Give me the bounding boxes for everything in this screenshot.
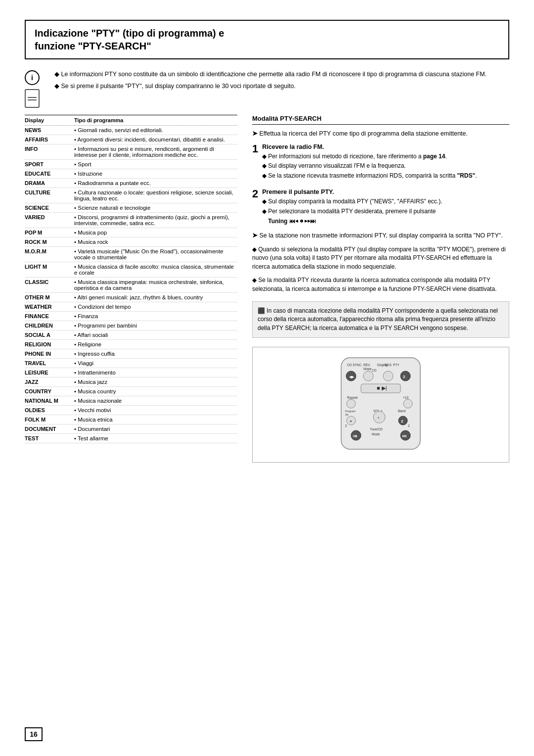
display-cell: CLASSIC <box>25 278 74 293</box>
display-cell: EDUCATE <box>25 169 74 179</box>
desc-cell: Viaggi <box>74 359 237 368</box>
display-cell: SOCIAL A <box>25 331 74 340</box>
svg-text:⏮: ⏮ <box>353 433 357 438</box>
table-row: POP MMusica pop <box>25 228 237 237</box>
display-cell: WEATHER <box>25 302 74 312</box>
display-cell: TEST <box>25 434 74 443</box>
table-row: OTHER MAltri generi musicali: jazz, rhyt… <box>25 293 237 302</box>
pty-search-desc: Effettua la ricerca del PTY come tipo di… <box>252 130 509 139</box>
table-row: ROCK MMusica rock <box>25 237 237 247</box>
desc-cell: Ingresso cuffia <box>74 349 237 359</box>
svg-text:+10: +10 <box>403 396 408 399</box>
page-number: 16 <box>25 727 43 741</box>
desc-cell: Vecchi motivi <box>74 406 237 415</box>
desc-cell: Radiodramma a puntate ecc. <box>74 179 237 188</box>
desc-cell: Affari sociali <box>74 331 237 340</box>
step-2-content: Premere il pulsante PTY. Sul display com… <box>262 189 509 225</box>
desc-cell: Musica classica di facile ascolto: music… <box>74 262 237 278</box>
desc-cell: Cultura nazionale o locale: questioni re… <box>74 188 237 203</box>
left-icons: i <box>25 70 49 108</box>
step-2-number: 2 <box>252 189 258 199</box>
svg-text:⏭: ⏭ <box>402 433 407 438</box>
pty-search-intro: Effettua la ricerca del PTY come tipo di… <box>252 130 509 139</box>
desc-cell: Musica etnica <box>74 415 237 425</box>
svg-text:◀▶: ◀▶ <box>349 375 355 378</box>
note-2-text: Quando si seleziona la modalità PTY (sul… <box>252 245 509 271</box>
table-row: INFOInformazioni su pesi e misure, rendi… <box>25 144 237 160</box>
table-row: CULTURECultura nazionale o locale: quest… <box>25 188 237 203</box>
svg-text:2: 2 <box>401 419 403 424</box>
display-cell: M.O.R.M <box>25 247 74 262</box>
desc-cell: Altri generi musicali: jazz, rhythm & bl… <box>74 293 237 302</box>
main-content: Display Tipo di programma NEWSGiornali r… <box>25 115 509 463</box>
note-3-text: Se la modalità PTY ricevuta durante la r… <box>252 276 509 293</box>
step-1-bullet-2: Sul display verranno visualizzati l'FM e… <box>262 162 509 170</box>
table-row: COUNTRYMusica country <box>25 387 237 396</box>
svg-point-11 <box>383 371 393 381</box>
display-cell: LIGHT M <box>25 262 74 278</box>
table-row: SPORTSport <box>25 160 237 169</box>
svg-point-12 <box>400 371 410 381</box>
col-type-header: Tipo di programma <box>74 115 237 126</box>
display-cell: LEISURE <box>25 368 74 378</box>
display-cell: OLDIES <box>25 406 74 415</box>
desc-cell: Istruzione <box>74 169 237 179</box>
svg-text:Display: Display <box>377 363 388 367</box>
table-row: CLASSICMusica classica impegnata: musica… <box>25 278 237 293</box>
desc-cell: Musica country <box>74 387 237 396</box>
remote-svg: CD SYNC. REV. Mode RDS Display PTY ◀▶ CD… <box>312 355 450 454</box>
display-cell: POP M <box>25 228 74 237</box>
info-block: In caso di mancata ricezione della modal… <box>252 301 509 338</box>
table-row: OLDIESVecchi motivi <box>25 406 237 415</box>
svg-text:2: 2 <box>345 424 347 427</box>
display-cell: AFFAIRS <box>25 135 74 144</box>
table-row: RELIGIONReligione <box>25 340 237 349</box>
display-cell: COUNTRY <box>25 387 74 396</box>
table-row: DRAMARadiodramma a puntate ecc. <box>25 179 237 188</box>
display-cell: ROCK M <box>25 237 74 247</box>
tuning-label: Tuning ⏮◀ ◉ ▶▶⏭ <box>268 218 316 225</box>
pty-table-section: Display Tipo di programma NEWSGiornali r… <box>25 115 237 463</box>
display-cell: CHILDREN <box>25 321 74 331</box>
svg-text:CD: CD <box>372 369 377 372</box>
table-row: VARIEDDiscorsi, programmi di intrattenim… <box>25 213 237 228</box>
desc-cell: Scienze naturali e tecnologie <box>74 203 237 213</box>
intro-bullet-2: Se si preme il pulsante "PTY", sul displ… <box>54 82 509 91</box>
table-row: NATIONAL MMusica nazionale <box>25 396 237 406</box>
table-row: FINANCEFinanza <box>25 312 237 321</box>
svg-text:CD SYNC.: CD SYNC. <box>347 363 362 367</box>
svg-point-9 <box>363 371 373 381</box>
table-row: M.O.R.MVarietà musicale ("Music On the R… <box>25 247 237 262</box>
step-1-bullet-1: Per informazioni sul metodo di ricezione… <box>262 152 509 161</box>
display-cell: VARIED <box>25 213 74 228</box>
svg-point-19 <box>403 399 412 408</box>
table-row: LIGHT MMusica classica di facile ascolto… <box>25 262 237 278</box>
table-row: JAZZMusica jazz <box>25 378 237 387</box>
intro-section: Le informazioni PTY sono costituite da u… <box>54 70 509 91</box>
table-row: WEATHERCondizioni del tempo <box>25 302 237 312</box>
svg-text:Tune/CD: Tune/CD <box>370 427 383 431</box>
desc-cell: Musica classica impegnata: musica orches… <box>74 278 237 293</box>
desc-cell: Informazioni su pesi e misure, rendicont… <box>74 144 237 160</box>
page-title: Indicazione "PTY" (tipo di programma) e … <box>35 27 499 52</box>
desc-cell: Finanza <box>74 312 237 321</box>
svg-text:REV.: REV. <box>363 363 371 367</box>
desc-cell: Sport <box>74 160 237 169</box>
svg-text:PTY: PTY <box>393 363 400 367</box>
display-cell: NEWS <box>25 126 74 135</box>
tuning-instruction: Tuning ⏮◀ ◉ ▶▶⏭ <box>268 217 509 225</box>
pty-table: Display Tipo di programma NEWSGiornali r… <box>25 115 237 443</box>
svg-text:Str: Str <box>345 413 349 416</box>
desc-cell: Condizioni del tempo <box>74 302 237 312</box>
svg-text:▼: ▼ <box>349 420 353 423</box>
desc-cell: Musica nazionale <box>74 396 237 406</box>
display-cell: NATIONAL M <box>25 396 74 406</box>
svg-text:2: 2 <box>403 375 405 379</box>
step-1-title: Ricevere la radio FM. <box>262 143 509 150</box>
desc-cell: Intrattenimento <box>74 368 237 378</box>
step-icon-1: i <box>25 70 40 85</box>
table-row: TESTTest allarme <box>25 434 237 443</box>
desc-cell: Religione <box>74 340 237 349</box>
step-1-block: 1 Ricevere la radio FM. Per informazioni… <box>252 143 509 182</box>
remote-diagram: CD SYNC. REV. Mode RDS Display PTY ◀▶ CD… <box>252 347 509 463</box>
